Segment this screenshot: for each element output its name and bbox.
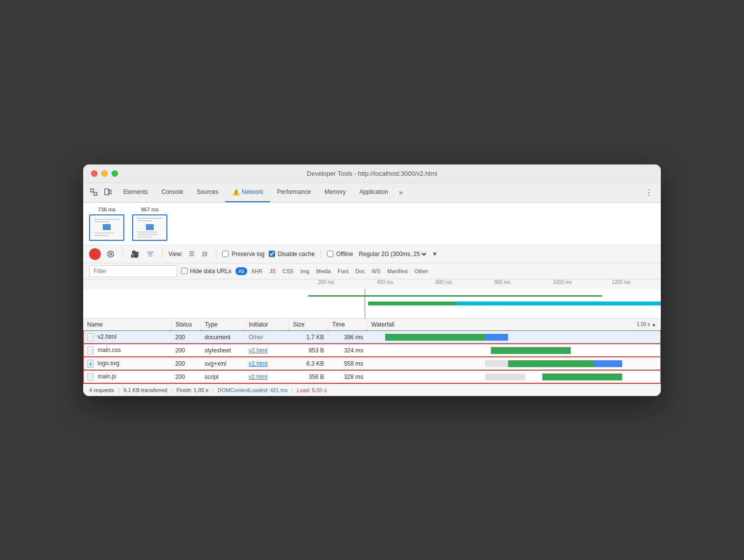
file-icon: 📄 (87, 347, 94, 354)
status-divider-2: | (171, 387, 173, 393)
hide-data-urls-checkbox[interactable] (181, 268, 187, 274)
devtools-window: Developer Tools - http://localhost:3000/… (83, 164, 661, 396)
tab-console[interactable]: Console (155, 183, 190, 202)
traffic-lights (91, 170, 118, 177)
maximize-button[interactable] (112, 170, 118, 177)
filter-button[interactable] (144, 248, 156, 260)
inspect-element-button[interactable] (87, 186, 101, 199)
group-view-button[interactable]: ⊟ (199, 249, 210, 259)
cell-waterfall (367, 370, 661, 383)
filter-font-button[interactable]: Font (335, 267, 351, 275)
col-header-waterfall[interactable]: Waterfall 1.00 s ▲ (367, 319, 661, 331)
status-load: Load: 5.05 s (297, 387, 327, 393)
filter-img-button[interactable]: Img (298, 267, 312, 275)
ruler-800ms: 800 ms (494, 280, 511, 285)
device-toolbar-button[interactable] (101, 186, 115, 199)
status-finish: Finish: 1.05 s (176, 387, 208, 393)
cell-type: stylesheet (201, 344, 245, 357)
clear-button[interactable] (105, 248, 116, 260)
tabs-list: Elements Console Sources ⚠️ Network Perf… (116, 183, 407, 202)
divider-2 (162, 250, 163, 258)
preserve-log-label: Preserve log (222, 251, 264, 257)
cell-initiator: v2.html (245, 344, 289, 357)
cell-type: script (201, 370, 245, 383)
timeline-teal-bar-2 (495, 302, 661, 305)
table-row[interactable]: S logo.svg 200 svg+xml v2.html 6.3 KB 55… (83, 357, 661, 370)
waterfall-timeline: 200 ms 400 ms 600 ms 800 ms 1000 ms 1200… (83, 280, 661, 319)
filter-type-buttons: All XHR JS CSS Img Media Font Doc WS Man… (235, 267, 431, 275)
cell-size: 356 B (289, 370, 328, 383)
cell-initiator: v2.html (245, 357, 289, 370)
col-header-status[interactable]: Status (171, 319, 201, 331)
col-header-time[interactable]: Time (328, 319, 367, 331)
status-divider-4: | (292, 387, 293, 393)
list-view-button[interactable]: ☰ (186, 249, 197, 259)
devtools-tabs-bar: Elements Console Sources ⚠️ Network Perf… (83, 183, 661, 203)
timeline-green-bar-2 (368, 302, 456, 305)
titlebar: Developer Tools - http://localhost:3000/… (83, 164, 661, 183)
cell-status: 200 (171, 370, 201, 383)
filmstrip-time-2: 967 ms (141, 207, 159, 212)
filter-js-button[interactable]: JS (266, 267, 279, 275)
col-header-name[interactable]: Name (83, 319, 171, 331)
network-throttle-select[interactable]: Regular 2G (300ms, 25 (357, 250, 428, 258)
filmstrip-frame-2[interactable]: 967 ms (132, 207, 167, 241)
devtools-menu-button[interactable]: ⋮ (641, 188, 657, 197)
tab-application[interactable]: Application (352, 183, 395, 202)
filter-all-button[interactable]: All (235, 267, 247, 275)
cell-waterfall (367, 344, 661, 357)
tab-elements[interactable]: Elements (116, 183, 155, 202)
svg-rect-2 (109, 190, 111, 194)
filmstrip-thumb-1 (89, 214, 124, 241)
wf-bar-blue (485, 334, 508, 341)
cell-type: svg+xml (201, 357, 245, 370)
table-row[interactable]: 📄 v2.html 200 document Other 1.7 KB 396 … (83, 330, 661, 344)
tab-performance[interactable]: Performance (270, 183, 318, 202)
cell-size: 1.7 KB (289, 330, 328, 344)
minimize-button[interactable] (101, 170, 108, 177)
svg-rect-0 (91, 189, 93, 192)
ruler-1200ms: 1200 ms (612, 280, 630, 285)
filter-ws-button[interactable]: WS (369, 267, 384, 275)
tab-memory[interactable]: Memory (318, 183, 352, 202)
wf-bar-green (491, 347, 571, 354)
col-header-type[interactable]: Type (201, 319, 245, 331)
cell-initiator: v2.html (245, 370, 289, 383)
filter-other-button[interactable]: Other (412, 267, 431, 275)
throttle-dropdown-arrow[interactable]: ▼ (432, 251, 438, 257)
filter-media-button[interactable]: Media (313, 267, 334, 275)
view-buttons: ☰ ⊟ (186, 249, 210, 259)
preserve-log-checkbox[interactable] (222, 251, 229, 257)
tab-network[interactable]: ⚠️ Network (225, 183, 270, 202)
camera-button[interactable]: 🎥 (129, 248, 140, 260)
wf-bar-green (385, 334, 485, 341)
ruler-600ms: 600 ms (436, 280, 452, 285)
record-button[interactable] (89, 248, 101, 260)
filmstrip-frame-1[interactable]: 736 ms (89, 207, 124, 241)
cell-name: 📄 main.css (83, 344, 171, 357)
col-header-initiator[interactable]: Initiator (245, 319, 289, 331)
filter-doc-button[interactable]: Doc (352, 267, 368, 275)
cell-time: 558 ms (328, 357, 367, 370)
cell-waterfall (367, 330, 661, 344)
table-row[interactable]: 📄 main.js 200 script v2.html 356 B 328 m… (83, 370, 661, 383)
filter-css-button[interactable]: CSS (279, 267, 297, 275)
timeline-bars (308, 289, 661, 319)
cell-status: 200 (171, 344, 201, 357)
filter-input[interactable] (89, 265, 177, 277)
disable-cache-label: Disable cache (269, 251, 315, 257)
filmstrip: 736 ms 967 ms (83, 203, 661, 245)
tab-sources[interactable]: Sources (190, 183, 225, 202)
status-transferred: 9.1 KB transferred (123, 387, 167, 393)
table-row[interactable]: 📄 main.css 200 stylesheet v2.html 853 B … (83, 344, 661, 357)
more-tabs-button[interactable]: » (395, 188, 407, 196)
network-table: Name Status Type Initiator Size Time Wat… (83, 319, 661, 384)
filter-manifest-button[interactable]: Manifest (384, 267, 411, 275)
cell-time: 324 ms (328, 344, 367, 357)
disable-cache-checkbox[interactable] (269, 251, 275, 257)
timeline-blue-line (365, 289, 365, 319)
close-button[interactable] (91, 170, 97, 177)
filter-xhr-button[interactable]: XHR (248, 267, 265, 275)
col-header-size[interactable]: Size (289, 319, 328, 331)
offline-checkbox[interactable] (327, 251, 333, 257)
